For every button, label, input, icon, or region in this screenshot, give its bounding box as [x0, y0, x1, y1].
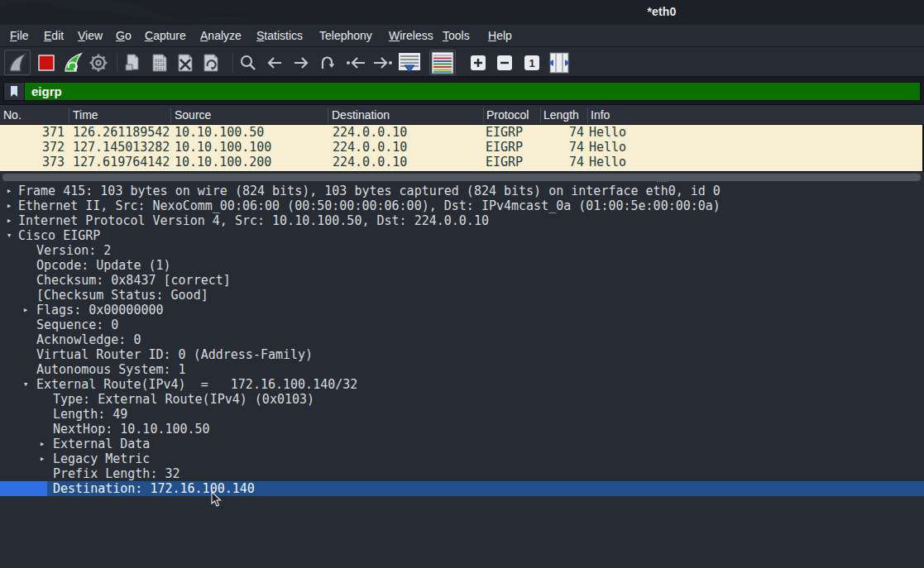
reload-file-button[interactable]	[198, 50, 224, 75]
packet-row-372[interactable]: 372 127.145013282 10.10.100.100 224.0.0.…	[0, 140, 924, 155]
open-file-icon	[122, 53, 142, 73]
resize-columns-icon	[548, 52, 571, 74]
detail-destination-selected[interactable]: Destination: 172.16.100.140	[0, 481, 924, 496]
last-packet-button[interactable]	[370, 50, 396, 75]
go-to-packet-button[interactable]	[314, 50, 341, 75]
expander-collapsed-icon[interactable]	[3, 198, 15, 213]
restart-fin-icon	[62, 52, 84, 74]
arrow-right-dot-icon	[372, 54, 394, 72]
menu-capture[interactable]: Capture	[143, 25, 188, 46]
arrow-right-icon	[292, 54, 310, 72]
horizontal-scrollbar[interactable]	[0, 171, 924, 183]
detail-flags[interactable]: Flags: 0x00000000	[0, 303, 924, 317]
zoom-original-button[interactable]: 1	[519, 50, 545, 75]
packet-row-371[interactable]: 371 126.261189542 10.10.100.50 224.0.0.1…	[0, 125, 924, 140]
zoom-out-button[interactable]	[491, 50, 518, 75]
close-file-icon	[175, 53, 195, 73]
expander-collapsed-icon[interactable]	[3, 184, 15, 198]
filter-bookmark-button[interactable]	[4, 83, 25, 100]
capture-options-button[interactable]	[85, 50, 112, 75]
colorize-icon	[431, 51, 454, 74]
detail-virtual-router-id[interactable]: Virtual Router ID: 0 (Address-Family)	[0, 347, 924, 362]
packet-detail-pane: Frame 415: 103 bytes on wire (824 bits),…	[0, 184, 924, 568]
column-header-protocol[interactable]: Protocol	[486, 108, 529, 122]
menu-go[interactable]: Go	[114, 25, 133, 46]
restart-capture-button[interactable]	[60, 50, 86, 75]
wireshark-window: *eth0 File Edit View Go Capture Analyze …	[0, 0, 924, 568]
packet-rows: 371 126.261189542 10.10.100.50 224.0.0.1…	[0, 125, 924, 173]
column-header-no[interactable]: No.	[3, 108, 22, 122]
packet-row-373[interactable]: 373 127.619764142 10.10.100.200 224.0.0.…	[0, 155, 924, 169]
detail-acknowledge[interactable]: Acknowledge: 0	[0, 332, 924, 347]
menu-telephony[interactable]: Telephony	[318, 25, 374, 46]
detail-eigrp[interactable]: Cisco EIGRP	[0, 228, 924, 243]
display-filter-input[interactable]: eigrp	[3, 82, 921, 101]
go-back-button[interactable]	[261, 50, 288, 75]
detail-ip[interactable]: Internet Protocol Version 4, Src: 10.10.…	[0, 213, 924, 228]
minus-icon	[496, 55, 513, 71]
scrollbar-thumb[interactable]	[2, 174, 921, 181]
menu-statistics[interactable]: Statistics	[255, 25, 304, 46]
gear-icon	[88, 52, 109, 74]
detail-checksum-status[interactable]: [Checksum Status: Good]	[0, 288, 924, 303]
menu-file[interactable]: File	[8, 25, 31, 46]
auto-scroll-button[interactable]	[396, 50, 423, 75]
plus-icon	[470, 55, 486, 71]
start-capture-button[interactable]	[4, 50, 31, 75]
detail-external-data[interactable]: External Data	[0, 437, 924, 451]
open-file-button[interactable]	[119, 50, 146, 75]
expander-expanded-icon[interactable]	[20, 377, 31, 392]
expander-expanded-icon[interactable]	[3, 228, 15, 243]
detail-version[interactable]: Version: 2	[0, 243, 924, 258]
menu-wireless[interactable]: Wireless	[387, 25, 435, 46]
stop-capture-button[interactable]	[33, 50, 60, 75]
expander-collapsed-icon[interactable]	[20, 303, 31, 317]
first-packet-button[interactable]	[342, 50, 369, 75]
expander-collapsed-icon[interactable]	[36, 451, 48, 466]
find-packet-button[interactable]	[235, 50, 261, 75]
detail-opcode[interactable]: Opcode: Update (1)	[0, 258, 924, 273]
column-header-source[interactable]: Source	[175, 108, 211, 122]
save-file-icon: 010101100111	[150, 53, 170, 73]
colorize-button[interactable]	[429, 50, 456, 75]
svg-text:1: 1	[529, 57, 534, 69]
toolbar-separator	[117, 53, 117, 72]
filter-bar: eigrp	[0, 78, 924, 104]
detail-nexthop[interactable]: NextHop: 10.10.100.50	[0, 422, 924, 437]
detail-type[interactable]: Type: External Route(IPv4) (0x0103)	[0, 392, 924, 407]
column-header-length[interactable]: Length	[543, 108, 579, 122]
filter-value: eigrp	[25, 84, 62, 98]
detail-frame[interactable]: Frame 415: 103 bytes on wire (824 bits),…	[0, 184, 924, 198]
toolbar-separator	[232, 53, 233, 72]
menu-analyze[interactable]: Analyze	[199, 25, 243, 46]
go-forward-button[interactable]	[288, 50, 314, 75]
zoom-in-button[interactable]	[465, 50, 491, 75]
menu-tools[interactable]: Tools	[441, 25, 472, 46]
shark-fin-icon	[7, 52, 28, 74]
detail-prefix-length[interactable]: Prefix Length: 32	[0, 466, 924, 481]
detail-sequence[interactable]: Sequence: 0	[0, 317, 924, 332]
detail-autonomous-system[interactable]: Autonomous System: 1	[0, 362, 924, 377]
detail-ethernet[interactable]: Ethernet II, Src: NexoComm_00:06:00 (00:…	[0, 198, 924, 213]
expander-collapsed-icon[interactable]	[36, 437, 48, 451]
save-file-button[interactable]: 010101100111	[146, 50, 173, 75]
resize-columns-button[interactable]	[546, 50, 572, 75]
column-header-time[interactable]: Time	[73, 108, 98, 122]
detail-checksum[interactable]: Checksum: 0x8437 [correct]	[0, 273, 924, 288]
menu-help[interactable]: Help	[486, 25, 514, 46]
menu-view[interactable]: View	[76, 25, 104, 46]
detail-length[interactable]: Length: 49	[0, 407, 924, 422]
menu-edit[interactable]: Edit	[42, 25, 65, 46]
detail-legacy-metric[interactable]: Legacy Metric	[0, 451, 924, 466]
search-icon	[239, 54, 257, 72]
column-header-destination[interactable]: Destination	[332, 108, 390, 122]
arrow-left-icon	[266, 54, 284, 72]
packet-list-header: No. Time Source Destination Protocol Len…	[0, 104, 924, 125]
bookmark-icon	[8, 85, 20, 98]
one-icon: 1	[524, 55, 540, 71]
close-file-button[interactable]	[172, 50, 199, 75]
menu-bar: File Edit View Go Capture Analyze Statis…	[0, 25, 924, 47]
expander-collapsed-icon[interactable]	[3, 213, 15, 228]
detail-external-route[interactable]: External Route(IPv4) = 172.16.100.140/32	[0, 377, 924, 392]
column-header-info[interactable]: Info	[591, 108, 610, 122]
